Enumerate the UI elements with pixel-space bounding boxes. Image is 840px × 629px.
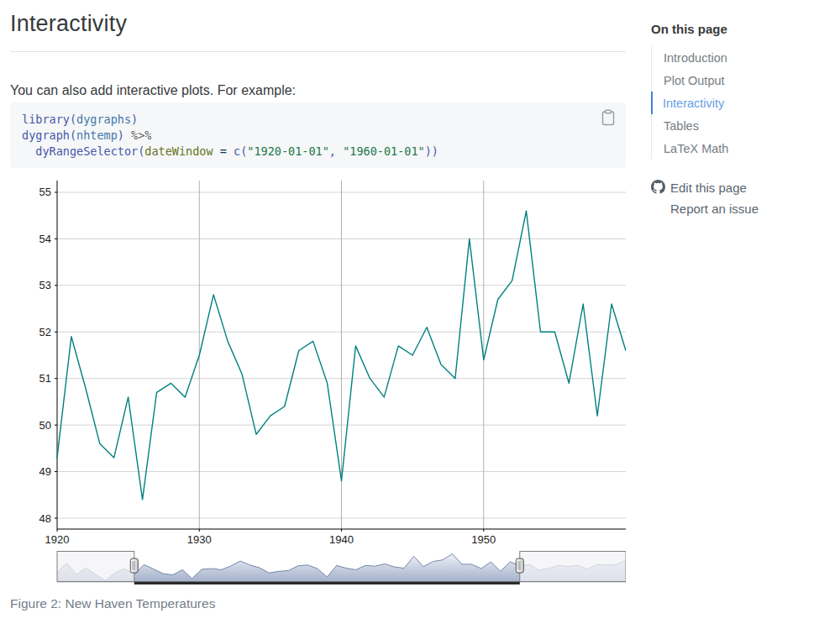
chart-axis-labels: 48495051525354551920193019401950 bbox=[39, 186, 496, 546]
range-selector-left-shade bbox=[57, 552, 134, 582]
intro-text: You can also add interactive plots. For … bbox=[10, 83, 626, 98]
svg-text:48: 48 bbox=[39, 512, 51, 525]
toc-item-latex-math[interactable]: LaTeX Math bbox=[652, 137, 836, 160]
range-selector-right-shade bbox=[520, 552, 626, 582]
dygraph-container: 48495051525354551920193019401950 bbox=[10, 178, 626, 591]
figure-caption: Figure 2: New Haven Temperatures bbox=[10, 596, 215, 611]
svg-text:1950: 1950 bbox=[471, 533, 496, 546]
toc-link-edit-this-page[interactable]: Edit this page bbox=[651, 177, 836, 198]
toc-item-plot-output[interactable]: Plot Output bbox=[652, 69, 836, 92]
dygraph-range-selector[interactable] bbox=[57, 552, 626, 585]
code-block: library(dygraphs) dygraph(nhtemp) %>% dy… bbox=[10, 102, 626, 168]
toc-item-introduction[interactable]: Introduction bbox=[652, 46, 836, 69]
svg-text:51: 51 bbox=[39, 372, 51, 385]
toc-link-label: Edit this page bbox=[670, 181, 747, 195]
svg-text:49: 49 bbox=[39, 465, 51, 478]
toc-header: On this page bbox=[651, 22, 836, 36]
on-this-page-nav: On this page IntroductionPlot OutputInte… bbox=[651, 22, 836, 219]
svg-text:1940: 1940 bbox=[329, 533, 354, 546]
code-text: library(dygraphs) dygraph(nhtemp) %>% dy… bbox=[22, 112, 614, 160]
chart-axes bbox=[55, 181, 626, 532]
svg-text:53: 53 bbox=[39, 279, 51, 291]
temperature-chart[interactable]: 48495051525354551920193019401950 bbox=[10, 178, 626, 591]
toc-links: Edit this pageReport an issue bbox=[651, 177, 836, 219]
range-selector-selected-bar[interactable] bbox=[134, 582, 520, 585]
svg-text:55: 55 bbox=[39, 186, 51, 198]
toc-item-tables[interactable]: Tables bbox=[652, 114, 836, 137]
toc-item-interactivity[interactable]: Interactivity bbox=[651, 92, 837, 114]
github-icon bbox=[651, 180, 665, 194]
svg-text:52: 52 bbox=[39, 326, 51, 338]
svg-text:1920: 1920 bbox=[45, 533, 70, 546]
toc-link-label: Report an issue bbox=[670, 202, 759, 216]
svg-text:54: 54 bbox=[39, 233, 51, 245]
page-title: Interactivity bbox=[10, 11, 127, 37]
copy-code-button[interactable] bbox=[599, 109, 617, 128]
svg-text:1930: 1930 bbox=[187, 533, 212, 546]
svg-text:50: 50 bbox=[39, 419, 51, 432]
toc-list: IntroductionPlot OutputInteractivityTabl… bbox=[651, 46, 836, 160]
range-selector-right-handle[interactable] bbox=[516, 558, 523, 573]
clipboard-icon bbox=[600, 109, 617, 126]
range-selector-left-handle[interactable] bbox=[130, 558, 138, 573]
title-divider bbox=[10, 51, 626, 52]
toc-link-report-an-issue[interactable]: Report an issue bbox=[651, 198, 836, 219]
